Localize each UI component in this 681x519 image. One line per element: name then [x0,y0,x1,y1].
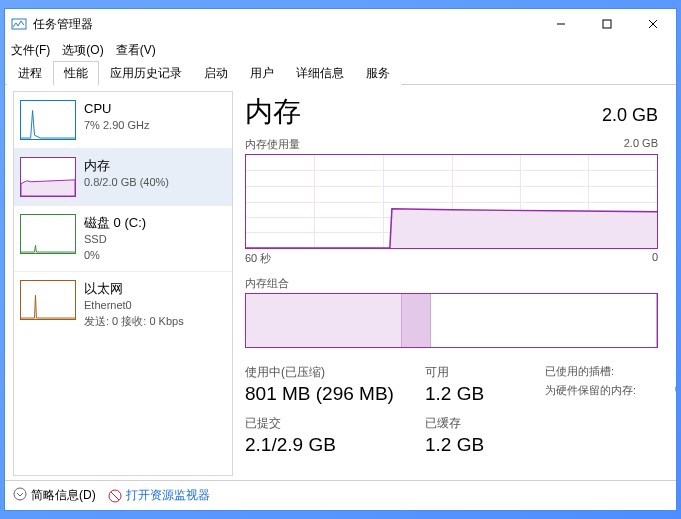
memory-thumbnail [20,157,76,197]
resource-monitor-icon [108,489,122,503]
open-resource-monitor-link[interactable]: 打开资源监视器 [108,487,210,504]
svg-point-7 [14,488,26,500]
composition-label: 内存组合 [245,276,658,291]
tab-startup[interactable]: 启动 [193,61,239,85]
menubar: 文件(F) 选项(O) 查看(V) [5,39,676,61]
menu-view[interactable]: 查看(V) [116,42,156,59]
stat-committed-label: 已提交 [245,415,425,432]
stat-cached-value: 1.2 GB [425,434,545,456]
sidebar-item-sub: Ethernet0 [84,298,184,313]
sidebar-item-label: 内存 [84,157,169,175]
ethernet-thumbnail [20,280,76,320]
menu-options[interactable]: 选项(O) [62,42,103,59]
svg-marker-5 [21,180,75,196]
close-button[interactable] [630,9,676,39]
tabbar: 进程 性能 应用历史记录 启动 用户 详细信息 服务 [5,61,676,85]
sidebar-item-sub2: 发送: 0 接收: 0 Kbps [84,314,184,329]
tab-app-history[interactable]: 应用历史记录 [99,61,193,85]
stat-committed-value: 2.1/2.9 GB [245,434,425,456]
tab-services[interactable]: 服务 [355,61,401,85]
main-panel: 内存 2.0 GB 内存使用量 2.0 GB 60 秒 0 内存组合 [235,85,676,480]
app-icon [11,16,27,32]
memory-composition-chart [245,293,658,348]
usage-label: 内存使用量 [245,137,300,152]
stat-slots-label: 已使用的插槽: [545,364,675,381]
page-title: 内存 [245,93,301,131]
composition-modified [402,294,431,347]
memory-usage-chart [245,154,658,249]
sidebar-item-disk[interactable]: 磁盘 0 (C:) SSD 0% [14,205,232,271]
usage-max: 2.0 GB [624,137,658,152]
composition-used [246,294,402,347]
stat-cached-label: 已缓存 [425,415,545,432]
cpu-thumbnail [20,100,76,140]
window-title: 任务管理器 [33,16,538,33]
fewer-details-button[interactable]: 简略信息(D) [31,487,96,504]
stat-reserved-label: 为硬件保留的内存: [545,383,675,413]
window-controls [538,9,676,39]
statusbar: 简略信息(D) 打开资源监视器 [5,480,676,510]
sidebar-item-sub: SSD [84,232,146,247]
tab-performance[interactable]: 性能 [53,61,99,85]
sidebar-item-sub: 7% 2.90 GHz [84,118,149,133]
sidebar-item-label: 磁盘 0 (C:) [84,214,146,232]
sidebar-item-sub2: 0% [84,248,146,263]
sidebar-item-sub: 0.8/2.0 GB (40%) [84,175,169,190]
disk-thumbnail [20,214,76,254]
sidebar-item-cpu[interactable]: CPU 7% 2.90 GHz [14,92,232,148]
memory-total: 2.0 GB [602,105,658,126]
sidebar-item-memory[interactable]: 内存 0.8/2.0 GB (40%) [14,148,232,205]
menu-file[interactable]: 文件(F) [11,42,50,59]
sidebar-item-label: 以太网 [84,280,184,298]
titlebar[interactable]: 任务管理器 [5,9,676,39]
tab-details[interactable]: 详细信息 [285,61,355,85]
tab-users[interactable]: 用户 [239,61,285,85]
stat-slots-value: 1 [675,364,676,381]
axis-right: 0 [652,251,658,266]
composition-free [431,294,657,347]
stat-avail-value: 1.2 GB [425,383,545,405]
task-manager-window: 任务管理器 文件(F) 选项(O) 查看(V) 进程 性能 应用历史记录 启动 … [4,8,677,511]
stat-used-label: 使用中(已压缩) [245,364,425,381]
stat-avail-label: 可用 [425,364,545,381]
svg-marker-6 [246,209,657,248]
maximize-button[interactable] [584,9,630,39]
memory-stats: 使用中(已压缩) 可用 已使用的插槽: 1 801 MB (296 MB) 1.… [245,364,658,464]
sidebar-item-ethernet[interactable]: 以太网 Ethernet0 发送: 0 接收: 0 Kbps [14,271,232,337]
chevron-down-icon[interactable] [13,487,27,504]
content-area: CPU 7% 2.90 GHz 内存 0.8/2.0 GB (40%) 磁 [5,85,676,480]
resource-monitor-label: 打开资源监视器 [126,487,210,504]
sidebar-item-label: CPU [84,100,149,118]
sidebar: CPU 7% 2.90 GHz 内存 0.8/2.0 GB (40%) 磁 [13,91,233,476]
svg-rect-2 [603,20,611,28]
minimize-button[interactable] [538,9,584,39]
stat-reserved-value: 0 [675,383,676,413]
stat-used-value: 801 MB (296 MB) [245,383,425,405]
axis-left: 60 秒 [245,251,271,266]
tab-processes[interactable]: 进程 [7,61,53,85]
svg-line-9 [111,492,119,500]
